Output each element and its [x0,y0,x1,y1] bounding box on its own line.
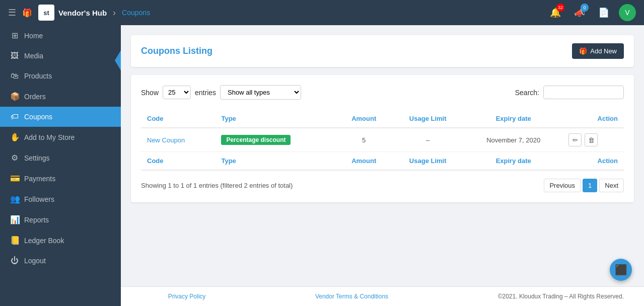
show-entries-select[interactable]: 25 10 50 100 [163,86,191,99]
payments-icon: 💳 [10,174,19,183]
cell-action: ✏ 🗑 [562,128,624,152]
sidebar-item-followers[interactable]: 👥 Followers [0,189,121,209]
show-types-select[interactable]: Show all types Percentage discount Fixed… [220,85,301,100]
topnav-right: 🔔 32 📣 0 📄 V [546,4,636,22]
cell-type: Percentage discount [215,128,336,152]
sidebar-item-ledger-book[interactable]: 📒 Ledger Book [0,230,121,251]
col-action: Action [562,110,624,128]
settings-icon: ⚙ [10,153,19,163]
coupons-icon: 🏷 [10,112,19,121]
document-button[interactable]: 📄 [595,4,613,22]
sidebar-item-payments[interactable]: 💳 Payments [0,168,121,189]
menu-icon[interactable]: ☰ [8,7,16,18]
brand: st Vendor's Hub [38,5,107,21]
cell-expiry-date: November 7, 2020 [464,128,562,152]
reports-icon: 📊 [10,215,19,224]
col-code: Code [141,110,215,128]
pagination-controls: Previous 1 Next [544,179,624,192]
search-label: Search: [515,89,539,97]
sidebar-item-coupons[interactable]: 🏷 Coupons [0,107,121,127]
add-new-button[interactable]: 🎁 Add New [572,43,624,59]
products-icon: 🛍 [10,71,19,81]
filters-row: Show 25 10 50 100 entries Show all types… [141,85,624,100]
page-1-button[interactable]: 1 [583,179,597,192]
brand-name: Vendor's Hub [58,9,107,17]
col-expiry-date-footer: Expiry date [464,152,562,171]
sidebar-label-reports: Reports [24,216,49,224]
type-badge: Percentage discount [221,135,291,145]
table-footer-row: Code Type Amount Usage Limit Expiry date [141,152,624,171]
media-icon: 🖼 [10,51,19,60]
fab-button[interactable]: ⬛ [610,259,632,281]
coupon-link[interactable]: New Coupon [147,136,185,144]
vendor-terms-link[interactable]: Vendor Terms & Conditions [315,293,388,300]
sidebar-label-orders: Orders [24,93,46,101]
sidebar-item-orders[interactable]: 📦 Orders [0,86,121,107]
sidebar-label-coupons: Coupons [24,113,52,121]
col-amount: Amount [336,110,391,128]
table-header-row: Code Type Amount Usage Limit Expiry date [141,110,624,128]
sidebar-label-products: Products [24,72,52,80]
orders-icon: 📦 [10,92,19,101]
notification-badge: 32 [556,4,564,12]
megaphone-button[interactable]: 📣 0 [570,4,589,22]
add-new-icon: 🎁 [579,47,587,55]
sidebar-item-reports[interactable]: 📊 Reports [0,209,121,230]
col-code-footer: Code [141,152,215,171]
sidebar-label-media: Media [24,52,43,60]
sidebar-item-home[interactable]: ⊞ Home [0,25,121,46]
col-action-footer: Action [562,152,624,171]
showing-text: Showing 1 to 1 of 1 entries (filtered 2 … [141,182,293,189]
brand-icon: st [38,5,54,21]
sidebar-item-media[interactable]: 🖼 Media [0,46,121,66]
followers-icon: 👥 [10,194,19,204]
logout-icon: ⏻ [10,256,19,265]
col-type-footer: Type [215,152,336,171]
page-title: Coupons Listing [141,46,212,56]
cell-usage-limit: – [391,128,464,152]
table-area: Show 25 10 50 100 entries Show all types… [131,75,634,202]
search-row: Search: [515,86,624,99]
add-new-label: Add New [590,47,617,55]
sidebar-label-ledger-book: Ledger Book [24,237,64,245]
sidebar-label-followers: Followers [24,195,54,203]
coupon-table: Code Type Amount Usage Limit Expiry date [141,110,624,171]
col-usage-limit: Usage Limit [391,110,464,128]
previous-button[interactable]: Previous [544,179,581,192]
copyright-text: ©2021. Kloudux Trading – All Rights Rese… [498,293,624,300]
notification-button[interactable]: 🔔 32 [546,4,564,22]
sidebar-item-add-to-my-store[interactable]: ✋ Add to My Store [0,127,121,147]
search-input[interactable] [543,86,624,99]
sidebar-label-home: Home [24,32,43,40]
sidebar-label-add-to-my-store: Add to My Store [24,133,75,141]
avatar[interactable]: V [619,4,636,21]
breadcrumb[interactable]: Coupons [122,9,150,17]
delete-button[interactable]: 🗑 [585,133,598,146]
sidebar-item-logout[interactable]: ⏻ Logout [0,251,121,271]
col-usage-limit-footer: Usage Limit [391,152,464,171]
col-amount-footer: Amount [336,152,391,171]
col-expiry-date: Expiry date [464,110,562,128]
privacy-policy-link[interactable]: Privacy Policy [168,293,206,300]
sidebar-label-logout: Logout [24,257,46,265]
megaphone-badge: 0 [581,4,589,12]
layout: ⊞ Home 🖼 Media 🛍 Products 📦 Orders 🏷 Cou… [0,25,644,286]
show-label: Show [141,89,159,97]
page-header: Coupons Listing 🎁 Add New [131,35,634,67]
sidebar-label-payments: Payments [24,175,55,183]
entries-label: entries [195,89,216,97]
cell-code: New Coupon [141,128,215,152]
sidebar-item-settings[interactable]: ⚙ Settings [0,147,121,168]
topnav: ☰ 🎁 st Vendor's Hub › Coupons 🔔 32 📣 0 📄… [0,0,644,25]
next-button[interactable]: Next [599,179,624,192]
edit-button[interactable]: ✏ [568,133,582,146]
breadcrumb-separator: › [113,8,116,18]
pagination-row: Showing 1 to 1 of 1 entries (filtered 2 … [141,179,624,192]
ledger-icon: 📒 [10,236,19,245]
cell-amount: 5 [336,128,391,152]
table-row: New Coupon Percentage discount 5 – Novem… [141,128,624,152]
sidebar-item-products[interactable]: 🛍 Products [0,66,121,86]
gift-icon[interactable]: 🎁 [22,8,32,18]
home-icon: ⊞ [10,31,19,40]
main-content: Coupons Listing 🎁 Add New Show 25 10 50 … [121,25,644,286]
